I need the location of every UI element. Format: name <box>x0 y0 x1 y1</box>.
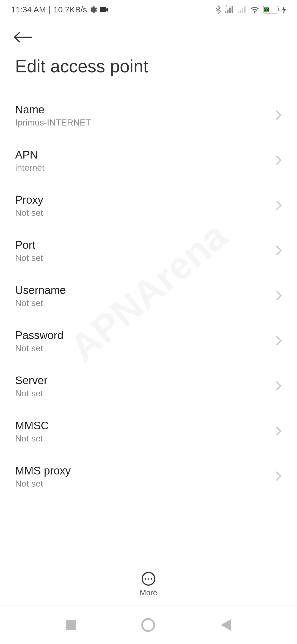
setting-label: APN <box>15 149 45 161</box>
setting-value: Not set <box>15 298 66 308</box>
setting-value: Not set <box>15 388 48 399</box>
setting-label: Password <box>15 329 64 342</box>
setting-row-username[interactable]: Username Not set <box>15 274 282 319</box>
chevron-right-icon <box>275 425 282 438</box>
setting-value: Not set <box>15 479 71 489</box>
setting-value: internet <box>15 163 45 173</box>
nav-recents-button[interactable] <box>66 620 76 630</box>
page-title: Edit access point <box>0 51 297 93</box>
svg-rect-2 <box>227 10 229 13</box>
chevron-right-icon <box>275 110 282 122</box>
svg-rect-5 <box>238 11 239 13</box>
setting-label: Proxy <box>15 194 43 206</box>
gear-icon <box>90 6 97 13</box>
setting-label: Port <box>15 239 43 251</box>
setting-row-password[interactable]: Password Not set <box>15 319 282 364</box>
wifi-icon <box>250 6 259 13</box>
charging-icon <box>282 6 286 13</box>
svg-rect-6 <box>240 10 241 13</box>
setting-row-apn[interactable]: APN internet <box>15 138 282 183</box>
status-bar: 11:34 AM | 10.7KB/s 4G × 38 <box>0 0 297 19</box>
chevron-right-icon <box>275 200 282 212</box>
bluetooth-icon <box>215 5 221 14</box>
setting-row-proxy[interactable]: Proxy Not set <box>15 183 282 228</box>
setting-value: Not set <box>15 343 64 353</box>
camera-icon <box>100 7 108 13</box>
setting-value: Not set <box>15 433 49 444</box>
battery-indicator: 38 <box>263 6 278 13</box>
svg-rect-3 <box>229 8 231 13</box>
svg-rect-1 <box>225 11 226 13</box>
chevron-right-icon <box>275 335 282 347</box>
signal-4g-icon: 4G <box>225 6 234 13</box>
status-speed: 10.7KB/s <box>54 5 87 14</box>
svg-text:×: × <box>244 12 246 13</box>
setting-value: Not set <box>15 208 43 218</box>
setting-row-mmsc[interactable]: MMSC Not set <box>15 409 282 454</box>
svg-rect-4 <box>232 6 233 13</box>
setting-value: Iprimus-INTERNET <box>15 118 91 128</box>
chevron-right-icon <box>275 471 282 483</box>
setting-label: MMSC <box>15 419 49 432</box>
battery-fill: 38 <box>264 7 269 12</box>
nav-home-button[interactable] <box>141 618 155 632</box>
settings-list: Name Iprimus-INTERNET APN internet Proxy… <box>0 93 297 499</box>
setting-label: Name <box>15 103 91 116</box>
back-button[interactable] <box>0 19 297 51</box>
chevron-right-icon <box>275 245 282 257</box>
setting-label: Server <box>15 374 48 387</box>
status-time: 11:34 AM <box>11 5 46 14</box>
setting-row-name[interactable]: Name Iprimus-INTERNET <box>15 93 282 138</box>
more-label: More <box>140 588 157 597</box>
more-button[interactable]: More <box>0 572 297 597</box>
setting-label: MMS proxy <box>15 465 71 477</box>
svg-rect-7 <box>242 8 243 13</box>
svg-rect-0 <box>100 7 106 12</box>
signal-nosim-icon: × <box>238 6 246 13</box>
setting-value: Not set <box>15 253 43 263</box>
chevron-right-icon <box>275 380 282 392</box>
chevron-right-icon <box>275 155 282 167</box>
setting-row-mms-proxy[interactable]: MMS proxy Not set <box>15 454 282 499</box>
nav-back-button[interactable] <box>221 619 231 631</box>
setting-row-server[interactable]: Server Not set <box>15 364 282 409</box>
chevron-right-icon <box>275 290 282 302</box>
setting-label: Username <box>15 284 66 296</box>
more-icon <box>142 572 155 586</box>
status-right: 4G × 38 <box>215 5 286 14</box>
navigation-bar <box>0 605 297 644</box>
status-left: 11:34 AM | 10.7KB/s <box>11 5 108 14</box>
setting-row-port[interactable]: Port Not set <box>15 228 282 274</box>
